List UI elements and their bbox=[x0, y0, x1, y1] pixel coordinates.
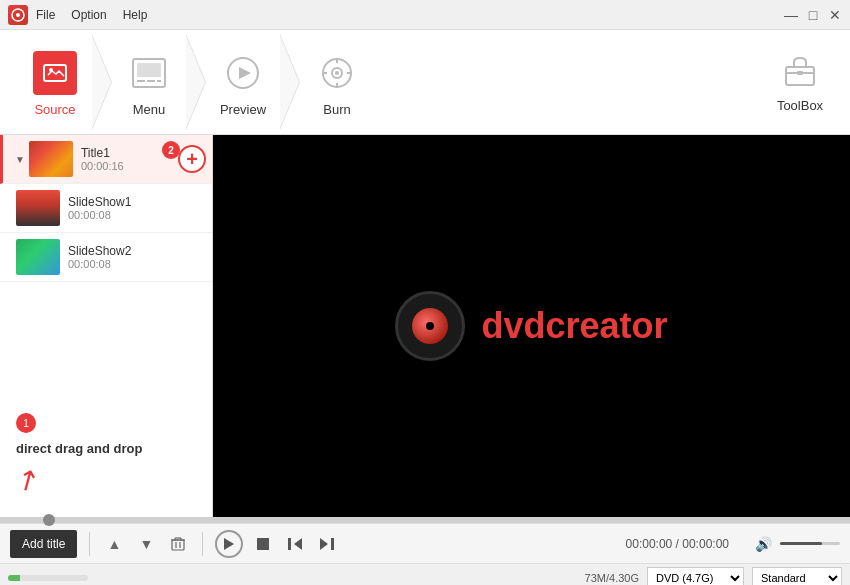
slideshow2-thumbnail bbox=[16, 239, 60, 275]
source-icon-wrap bbox=[30, 48, 80, 98]
preview-icon-wrap bbox=[218, 48, 268, 98]
timeline-handle[interactable] bbox=[43, 514, 55, 526]
add-media-button[interactable]: + bbox=[178, 145, 206, 173]
dvd-brand-text: dvdcreator bbox=[481, 305, 667, 347]
list-item[interactable]: SlideShow2 00:00:08 bbox=[0, 233, 212, 282]
creator-word: creator bbox=[545, 305, 667, 346]
dvd-disc-icon bbox=[395, 291, 465, 361]
preview-area: dvdcreator bbox=[213, 135, 850, 517]
svg-point-13 bbox=[335, 71, 339, 75]
left-panel: ▼ Title1 00:00:16 2 + SlideShow1 bbox=[0, 135, 213, 517]
dvd-word: dvd bbox=[481, 305, 545, 346]
next-button[interactable] bbox=[315, 532, 339, 556]
svg-rect-31 bbox=[288, 538, 291, 550]
burn-label: Burn bbox=[323, 102, 350, 117]
slideshow1-info: SlideShow1 00:00:08 bbox=[68, 195, 131, 221]
menu-label: Menu bbox=[133, 102, 166, 117]
stop-button[interactable] bbox=[251, 532, 275, 556]
svg-marker-28 bbox=[224, 538, 234, 550]
menu-bar: File Option Help bbox=[36, 8, 147, 22]
toolbar-arrow-3 bbox=[280, 34, 300, 130]
window-controls: — □ ✕ bbox=[784, 8, 842, 22]
title-bar: File Option Help — □ ✕ bbox=[0, 0, 850, 30]
storage-progress-bar bbox=[8, 575, 88, 581]
add-title-button[interactable]: Add title bbox=[10, 530, 77, 558]
toolbox-label: ToolBox bbox=[777, 98, 823, 113]
burn-icon-wrap bbox=[312, 48, 362, 98]
svg-rect-18 bbox=[786, 67, 814, 85]
timeline-bar[interactable] bbox=[0, 517, 850, 523]
toolbar-toolbox[interactable]: ToolBox bbox=[760, 35, 840, 130]
quality-select[interactable]: Standard High Quality Custom bbox=[752, 567, 842, 586]
slideshow2-info: SlideShow2 00:00:08 bbox=[68, 244, 131, 270]
slideshow2-name: SlideShow2 bbox=[68, 244, 131, 258]
dnd-text: direct drag and drop bbox=[16, 441, 196, 456]
toolbar: Source Menu Preview bbox=[0, 30, 850, 135]
svg-marker-30 bbox=[294, 538, 302, 550]
storage-progress-fill bbox=[8, 575, 20, 581]
dvd-hole bbox=[426, 322, 434, 330]
disc-type-select[interactable]: DVD (4.7G) Blu-ray (25G) bbox=[647, 567, 744, 586]
prev-button[interactable] bbox=[283, 532, 307, 556]
minimize-button[interactable]: — bbox=[784, 8, 798, 22]
main-layout: ▼ Title1 00:00:16 2 + SlideShow1 bbox=[0, 135, 850, 517]
play-button[interactable] bbox=[215, 530, 243, 558]
slideshow1-duration: 00:00:08 bbox=[68, 209, 131, 221]
toolbox-icon-wrap bbox=[780, 51, 820, 94]
playback-bar: Add title ▲ ▼ 00:00:00 / 00:00:00 🔊 bbox=[0, 523, 850, 563]
toolbar-menu[interactable]: Menu bbox=[104, 35, 194, 130]
svg-rect-21 bbox=[172, 540, 184, 550]
toolbar-arrow-2 bbox=[186, 34, 206, 130]
separator bbox=[89, 532, 90, 556]
preview-label: Preview bbox=[220, 102, 266, 117]
svg-rect-33 bbox=[331, 538, 334, 550]
svg-marker-32 bbox=[320, 538, 328, 550]
drag-arrow-icon: ↗ bbox=[9, 460, 45, 500]
toolbar-burn[interactable]: Burn bbox=[292, 35, 382, 130]
status-bar: 73M/4.30G DVD (4.7G) Blu-ray (25G) Stand… bbox=[0, 563, 850, 585]
dvd-inner bbox=[412, 308, 448, 344]
source-label: Source bbox=[34, 102, 75, 117]
app-logo bbox=[8, 5, 28, 25]
toolbar-preview[interactable]: Preview bbox=[198, 35, 288, 130]
file-menu[interactable]: File bbox=[36, 8, 55, 22]
collapse-arrow[interactable]: ▼ bbox=[11, 154, 29, 165]
volume-icon: 🔊 bbox=[755, 536, 772, 552]
step-number: 1 bbox=[16, 413, 36, 433]
move-up-button[interactable]: ▲ bbox=[102, 532, 126, 556]
title1-duration: 00:00:16 bbox=[81, 160, 124, 172]
help-menu[interactable]: Help bbox=[123, 8, 148, 22]
timecode-display: 00:00:00 / 00:00:00 bbox=[626, 537, 729, 551]
title-list: ▼ Title1 00:00:16 2 + SlideShow1 bbox=[0, 135, 212, 393]
maximize-button[interactable]: □ bbox=[806, 8, 820, 22]
svg-rect-29 bbox=[257, 538, 269, 550]
svg-rect-5 bbox=[137, 63, 161, 77]
dvd-logo: dvdcreator bbox=[395, 291, 667, 361]
drop-zone: 1 direct drag and drop ↗ bbox=[0, 393, 212, 517]
toolbar-source[interactable]: Source bbox=[10, 35, 100, 130]
list-item[interactable]: ▼ Title1 00:00:16 2 + bbox=[0, 135, 212, 184]
menu-icon-wrap bbox=[124, 48, 174, 98]
slideshow2-duration: 00:00:08 bbox=[68, 258, 131, 270]
title1-info: Title1 00:00:16 bbox=[81, 146, 124, 172]
svg-point-1 bbox=[16, 13, 20, 17]
title1-thumbnail bbox=[29, 141, 73, 177]
slideshow1-name: SlideShow1 bbox=[68, 195, 131, 209]
volume-slider[interactable] bbox=[780, 542, 840, 545]
list-item[interactable]: SlideShow1 00:00:08 bbox=[0, 184, 212, 233]
separator-2 bbox=[202, 532, 203, 556]
option-menu[interactable]: Option bbox=[71, 8, 106, 22]
title1-name: Title1 bbox=[81, 146, 124, 160]
svg-rect-20 bbox=[797, 71, 803, 75]
svg-marker-10 bbox=[239, 67, 251, 79]
slideshow1-thumbnail bbox=[16, 190, 60, 226]
source-icon bbox=[33, 51, 77, 95]
svg-point-3 bbox=[49, 68, 53, 72]
close-button[interactable]: ✕ bbox=[828, 8, 842, 22]
toolbar-arrow-1 bbox=[92, 34, 112, 130]
move-down-button[interactable]: ▼ bbox=[134, 532, 158, 556]
volume-fill bbox=[780, 542, 822, 545]
file-size-info: 73M/4.30G bbox=[585, 572, 639, 584]
delete-button[interactable] bbox=[166, 532, 190, 556]
